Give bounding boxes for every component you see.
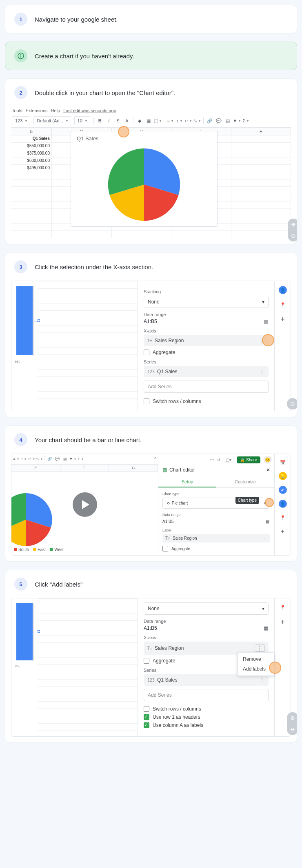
number-format-button[interactable]: 123 [12,116,30,125]
grid-select-icon[interactable]: ▦ [264,518,270,524]
add-icon[interactable]: + [279,315,287,323]
label-xaxis: X-axis [144,328,269,333]
series-chip[interactable]: 123Q1 Sales ⋮ [144,674,269,686]
add-series-button[interactable]: Add Series [144,381,269,393]
share-button[interactable]: 🔒Share [237,456,260,463]
bar-chart-bar [16,286,33,355]
tasks-icon[interactable]: ✔ [279,486,287,494]
history-icon[interactable]: ↺ [217,458,220,462]
maps-icon[interactable]: 📍 [279,514,287,522]
col-F[interactable]: F [231,128,291,135]
last-edit-link[interactable]: Last edit was seconds ago [63,108,116,113]
insert-chart-icon[interactable]: ▤ [225,118,231,124]
font-selector[interactable]: Default (Ari... [33,116,71,125]
maps-icon[interactable]: 📍 [279,603,287,611]
label-aggregate: Aggregate [153,658,175,664]
calendar-icon[interactable]: 📅 [279,458,287,466]
link-icon[interactable]: 🔗 [47,456,52,462]
kebab-icon[interactable]: ⋮ [260,369,265,374]
borders-icon[interactable]: ▦ [146,118,151,124]
chart-preview[interactable]: est [11,598,138,736]
menu-extensions[interactable]: Extensions [26,108,48,113]
user-icon[interactable]: 👤 [279,286,287,294]
zoom-out-button[interactable]: ⊖ [288,230,297,241]
step-text: Click "Add labels" [35,581,82,588]
add-icon[interactable]: + [279,527,287,536]
chart-icon[interactable]: ▤ [62,456,68,462]
stacking-select[interactable]: None▾ [144,602,269,615]
add-icon[interactable]: + [279,618,287,626]
font-size-selector[interactable]: 10 [74,116,90,125]
fill-color-icon[interactable]: ◆ [137,118,142,124]
filter-icon[interactable]: ▼ [70,456,76,462]
present-icon[interactable]: ▢▾ [224,457,233,463]
use-row1-checkbox[interactable] [144,714,149,720]
kebab-icon[interactable]: ⋮ [260,677,265,683]
col-B[interactable]: B [11,128,52,135]
menu-help[interactable]: Help [51,108,60,113]
halign-icon[interactable]: ≡ [13,456,19,462]
text-color-icon[interactable]: A [124,118,130,124]
wrap-icon[interactable]: ↩ [29,456,34,462]
comment-icon[interactable]: 💬 [54,456,60,462]
halign-icon[interactable]: ≡ [167,118,173,124]
switch-rows-checkbox[interactable] [144,399,149,404]
switch-rows-checkbox[interactable] [144,706,149,712]
trend-icon[interactable]: 〰 [210,458,214,462]
sheet-preview[interactable]: ≡ ↕ ↩ ⤡ 🔗 💬 ▤ ▼ Σ ^ EFG [11,454,158,555]
tab-setup[interactable]: Setup [158,477,216,487]
zoom-out-button[interactable]: ⊖ [287,724,297,735]
aggregate-checkbox[interactable] [144,658,149,664]
chart-type-select[interactable]: ⭘ Pie chart▾ Chart type [162,498,270,509]
keep-icon[interactable]: 💡 [279,472,287,480]
close-icon[interactable]: ✕ [266,467,270,473]
maps-icon[interactable]: 📍 [279,301,287,309]
tab-customize[interactable]: Customize [216,477,274,487]
link-icon[interactable]: 🔗 [207,118,213,124]
play-button[interactable] [73,492,97,517]
filter-icon[interactable]: ▼ [234,118,240,124]
menu-add-labels[interactable]: Add labels [238,664,274,674]
wrap-icon[interactable]: ↩ [185,118,191,124]
embedded-chart[interactable]: Q1 Sales [71,131,218,227]
cell[interactable]: $495,000.00 [11,165,52,172]
merge-icon[interactable]: ⬚ [155,118,160,124]
functions-icon[interactable]: Σ [78,456,83,462]
label-datarange: Data range [162,513,270,517]
aggregate-checkbox[interactable] [162,546,168,551]
italic-icon[interactable]: I [106,118,112,124]
bold-icon[interactable]: B [97,118,103,124]
zoom-in-button[interactable]: ⊕ [287,712,297,724]
cell[interactable]: $550,000.00 [11,143,52,150]
menu-remove[interactable]: Remove [238,654,274,664]
stacking-select[interactable]: None▾ [144,296,269,308]
header-cell[interactable]: Q1 Sales [11,135,52,142]
use-colA-checkbox[interactable] [144,722,149,728]
avatar[interactable]: 🙂 [264,456,272,464]
series-chip[interactable]: 123Q1 Sales ⋮ [144,366,269,377]
cell[interactable]: $375,000.00 [11,150,52,157]
chart-preview[interactable]: est [11,281,138,411]
chart-editor-icon: ▤ [162,467,167,473]
contacts-icon[interactable]: 👤 [279,500,287,508]
valign-icon[interactable]: ↕ [176,118,182,124]
cell[interactable]: $600,000.00 [11,157,52,164]
rotate-icon[interactable]: ⤡ [36,456,42,462]
grid-select-icon[interactable]: ▦ [263,625,269,631]
zoom-in-button[interactable]: ⊕ [288,219,297,230]
valign-icon[interactable]: ↕ [21,456,27,462]
label-stacking: Stacking [144,289,269,294]
zoom-out-button[interactable]: ⊖ [287,398,297,410]
rotate-icon[interactable]: ⤡ [194,118,200,124]
menu-tools[interactable]: Tools [12,108,22,113]
xaxis-chip[interactable]: TᴛSales Region ⋮ [144,335,269,346]
grid-select-icon[interactable]: ▦ [263,319,269,324]
comment-icon[interactable]: 💬 [216,118,222,124]
functions-icon[interactable]: Σ [243,118,249,124]
kebab-icon[interactable]: ⋮ [255,644,265,652]
label-chip[interactable]: TᴛSales Region⋮ [162,534,270,542]
strike-icon[interactable]: S [115,118,121,124]
add-series-button[interactable]: Add Series [144,689,269,701]
info-text: Create a chart if you haven't already. [35,53,134,60]
aggregate-checkbox[interactable] [144,350,149,355]
